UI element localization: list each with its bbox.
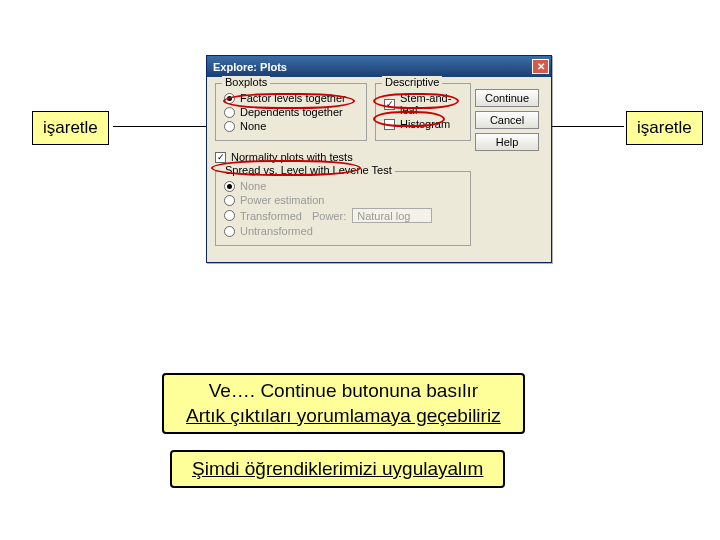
annotation-right: işaretle	[626, 111, 703, 145]
radio-label: None	[240, 120, 266, 132]
power-label: Power:	[312, 210, 346, 222]
check-label: Histogram	[400, 118, 450, 130]
checkbox-icon	[384, 99, 395, 110]
titlebar: Explore: Plots ✕	[207, 56, 551, 77]
caption-1-link[interactable]: Artık çıktıları yorumlamaya geçebiliriz	[186, 405, 501, 426]
help-button[interactable]: Help	[475, 133, 539, 151]
radio-dependents[interactable]: Dependents together	[224, 106, 358, 118]
radio-icon	[224, 210, 235, 221]
caption-2-link[interactable]: Şimdi öğrendiklerimizi uygulayalım	[192, 458, 483, 479]
radio-label: Transformed	[240, 210, 302, 222]
checkbox-icon	[384, 119, 395, 130]
check-normality[interactable]: Normality plots with tests	[215, 151, 353, 163]
check-label: Stem-and-leaf	[400, 92, 462, 116]
radio-icon	[224, 93, 235, 104]
radio-icon	[224, 195, 235, 206]
check-stem-leaf[interactable]: Stem-and-leaf	[384, 92, 462, 116]
radio-label: Factor levels together	[240, 92, 346, 104]
radio-label: Dependents together	[240, 106, 343, 118]
radio-none[interactable]: None	[224, 120, 358, 132]
radio-icon	[224, 121, 235, 132]
close-icon[interactable]: ✕	[532, 59, 549, 74]
descriptive-group: Descriptive Stem-and-leaf Histogram	[375, 83, 471, 141]
radio-spread-untransformed: Untransformed	[224, 225, 462, 237]
boxplots-legend: Boxplots	[222, 76, 270, 88]
spread-group: Spread vs. Level with Levene Test None P…	[215, 171, 471, 246]
boxplots-group: Boxplots Factor levels together Dependen…	[215, 83, 367, 141]
check-label: Normality plots with tests	[231, 151, 353, 163]
caption-box-2: Şimdi öğrendiklerimizi uygulayalım	[170, 450, 505, 488]
check-histogram[interactable]: Histogram	[384, 118, 462, 130]
radio-spread-power: Power estimation	[224, 194, 462, 206]
window-title: Explore: Plots	[213, 61, 532, 73]
annotation-left: işaretle	[32, 111, 109, 145]
caption-box-1: Ve…. Continue butonuna basılır Artık çık…	[162, 373, 525, 434]
continue-button[interactable]: Continue	[475, 89, 539, 107]
checkbox-icon	[215, 152, 226, 163]
radio-icon	[224, 226, 235, 237]
radio-spread-none: None	[224, 180, 462, 192]
cancel-button[interactable]: Cancel	[475, 111, 539, 129]
descriptive-legend: Descriptive	[382, 76, 442, 88]
radio-factor-levels[interactable]: Factor levels together	[224, 92, 358, 104]
radio-label: Power estimation	[240, 194, 324, 206]
caption-1-line-1: Ve…. Continue butonuna basılır	[209, 380, 478, 401]
spread-legend: Spread vs. Level with Levene Test	[222, 164, 395, 176]
radio-spread-transformed: Transformed Power: Natural log	[224, 208, 462, 223]
radio-icon	[224, 181, 235, 192]
radio-label: Untransformed	[240, 225, 313, 237]
radio-icon	[224, 107, 235, 118]
radio-label: None	[240, 180, 266, 192]
explore-plots-dialog: Explore: Plots ✕ Continue Cancel Help Bo…	[206, 55, 552, 263]
power-dropdown: Natural log	[352, 208, 432, 223]
